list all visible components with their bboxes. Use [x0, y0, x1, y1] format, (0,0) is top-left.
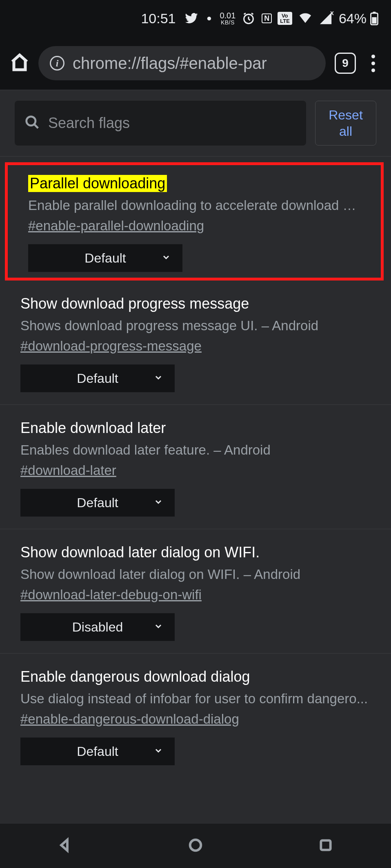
flag-select[interactable]: Disabled [20, 613, 175, 641]
search-box[interactable] [15, 101, 306, 146]
flag-hash-link[interactable]: #enable-parallel-downloading [28, 218, 204, 234]
flag-select-value: Default [84, 251, 126, 266]
wifi-icon [298, 11, 313, 26]
flag-title: Show download later dialog on WIFI. [20, 544, 260, 561]
home-nav-button[interactable] [187, 837, 204, 855]
flag-select[interactable]: Default [20, 489, 175, 517]
flag-item: Enable download later Enables download l… [0, 405, 391, 529]
flag-select[interactable]: Default [20, 364, 175, 392]
svg-point-4 [27, 117, 36, 126]
flag-hash-link[interactable]: #download-later [20, 463, 116, 478]
cellular-signal-icon: x [318, 11, 333, 26]
flag-description: Use dialog instead of infobar for user t… [20, 691, 371, 707]
flag-select-value: Default [77, 371, 118, 386]
flag-title: Show download progress message [20, 295, 249, 312]
flag-description: Shows download progress message UI. – An… [20, 318, 371, 334]
status-time: 10:51 [141, 11, 176, 27]
nfc-icon: N [262, 13, 272, 23]
tab-switcher-button[interactable]: 9 [335, 53, 356, 74]
flag-description: Enable parallel downloading to accelerat… [28, 198, 360, 213]
svg-point-5 [190, 839, 201, 850]
svg-rect-3 [372, 17, 376, 24]
reset-all-button[interactable]: Reset all [315, 101, 376, 146]
flag-item: Parallel downloading Enable parallel dow… [8, 165, 381, 272]
flag-select[interactable]: Default [28, 244, 182, 272]
flag-select-value: Disabled [72, 620, 123, 635]
search-input[interactable] [48, 115, 296, 132]
flag-select-value: Default [77, 744, 118, 759]
flags-list: Parallel downloading Enable parallel dow… [0, 157, 391, 777]
flag-hash-link[interactable]: #download-later-debug-on-wifi [20, 587, 202, 603]
flag-hash-link[interactable]: #download-progress-message [20, 338, 202, 354]
flag-hash-link[interactable]: #enable-dangerous-download-dialog [20, 711, 239, 727]
volte-icon: Vo LTE [278, 12, 292, 25]
address-bar[interactable]: chrome://flags/#enable-par [38, 46, 326, 80]
annotation-highlight-box: Parallel downloading Enable parallel dow… [5, 162, 384, 280]
flag-item: Enable dangerous download dialog Use dia… [0, 654, 391, 777]
tab-count: 9 [342, 57, 349, 70]
network-speed: 0.01 KB/S [220, 11, 235, 25]
overflow-menu-button[interactable] [365, 55, 381, 72]
svg-rect-2 [373, 12, 375, 13]
search-icon [24, 115, 40, 132]
flag-select-value: Default [77, 495, 118, 510]
flag-description: Enables download later feature. – Androi… [20, 442, 371, 458]
search-row: Reset all [0, 90, 391, 157]
chevron-down-icon [153, 497, 163, 508]
chevron-down-icon [153, 621, 163, 633]
browser-toolbar: chrome://flags/#enable-par 9 [0, 37, 391, 90]
page-content: Reset all Parallel downloading Enable pa… [0, 90, 391, 823]
flag-item: Show download progress message Shows dow… [0, 280, 391, 405]
chevron-down-icon [153, 746, 163, 757]
svg-rect-6 [321, 840, 331, 850]
flag-title: Parallel downloading [28, 175, 167, 192]
url-text: chrome://flags/#enable-par [73, 54, 267, 73]
home-button[interactable] [10, 53, 29, 74]
chevron-down-icon [153, 373, 163, 384]
back-button[interactable] [57, 837, 73, 855]
flag-title: Enable dangerous download dialog [20, 668, 250, 685]
alarm-icon [241, 11, 256, 26]
twitter-icon [184, 11, 199, 26]
flag-description: Show download later dialog on WIFI. – An… [20, 567, 371, 582]
flag-title: Enable download later [20, 420, 166, 437]
notification-dot-icon: • [207, 11, 212, 25]
status-bar: 10:51 • 0.01 KB/S N Vo LTE x 64% [0, 0, 391, 37]
site-info-icon[interactable] [50, 56, 64, 71]
flag-select[interactable]: Default [20, 738, 175, 765]
battery-indicator: 64% [339, 11, 379, 27]
flag-item: Show download later dialog on WIFI. Show… [0, 529, 391, 654]
system-navigation-bar [0, 823, 391, 868]
recents-button[interactable] [318, 837, 334, 855]
chevron-down-icon [161, 252, 171, 264]
